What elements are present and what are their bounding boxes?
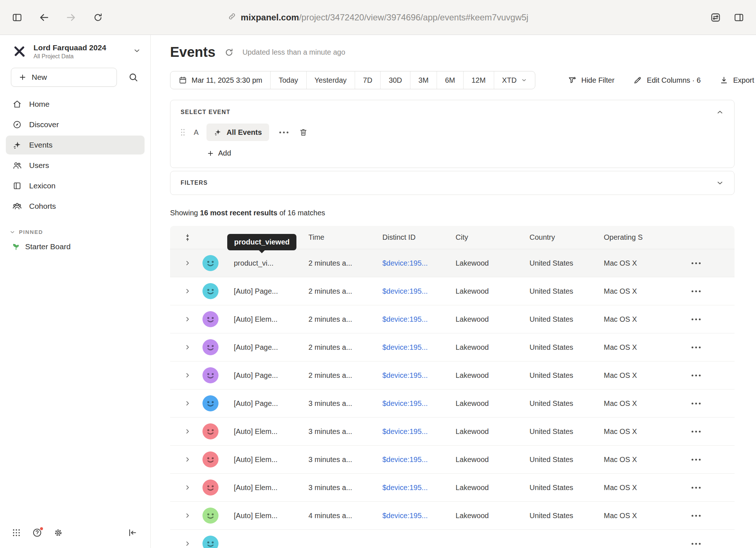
row-menu-button[interactable] [663,318,729,320]
expand-row-icon[interactable] [184,400,191,407]
row-menu-button[interactable] [663,290,729,292]
table-row[interactable]: [Auto] Elem... 3 minutes a... $device:19… [170,418,735,446]
refresh-icon[interactable] [224,48,234,57]
table-row[interactable]: [Auto] Page... 2 minutes a... $device:19… [170,277,735,305]
expand-row-icon[interactable] [184,428,191,435]
table-row[interactable]: [Auto] Elem... 3 minutes a... $device:19… [170,474,735,502]
table-row[interactable]: [Auto] Page... 3 minutes a... $device:19… [170,390,735,418]
reload-icon[interactable] [92,11,104,24]
preset-today[interactable]: Today [271,71,306,89]
distinct-id-link[interactable]: $device:195... [370,427,444,436]
collapse-sidebar-icon[interactable] [127,528,137,538]
event-name[interactable]: [Auto] Elem... [222,315,296,324]
expand-row-icon[interactable] [184,512,191,519]
column-header-country[interactable]: Country [517,233,592,242]
preset-6m[interactable]: 6M [437,71,464,89]
event-name[interactable]: [Auto] Elem... [222,427,296,436]
expand-row-icon[interactable] [184,540,191,547]
column-header-distinct-id[interactable]: Distinct ID [370,233,444,242]
table-row[interactable]: product_vi... 2 minutes a... $device:195… [170,249,735,277]
split-view-icon[interactable] [733,11,745,24]
column-header-time[interactable]: Time [296,233,370,242]
sidebar-item-events[interactable]: Events [6,136,145,154]
column-header-city[interactable]: City [444,233,517,242]
hide-filter-button[interactable]: Hide Filter [568,76,614,85]
help-button[interactable] [32,528,42,538]
expand-row-icon[interactable] [184,372,191,379]
distinct-id-link[interactable]: $device:195... [370,371,444,380]
sidebar-item-home[interactable]: Home [6,95,145,114]
distinct-id-link[interactable]: $device:195... [370,455,444,464]
preset-30d[interactable]: 30D [381,71,410,89]
table-row[interactable]: [Auto] Elem... 3 minutes a... $device:19… [170,446,735,474]
search-button[interactable] [126,69,141,85]
table-row[interactable]: [Auto] Page... 2 minutes a... $device:19… [170,361,735,390]
event-options-button[interactable] [277,132,291,133]
row-menu-button[interactable] [663,403,729,404]
chevron-up-icon[interactable] [716,108,724,116]
distinct-id-link[interactable]: $device:195... [370,343,444,352]
event-name[interactable]: [Auto] Elem... [222,455,296,464]
row-menu-button[interactable] [663,347,729,348]
export-button[interactable]: Export [720,76,754,85]
preset-yesterday[interactable]: Yesterday [307,71,355,89]
new-button[interactable]: New [11,68,117,87]
chevron-down-icon[interactable] [716,179,724,187]
row-menu-button[interactable] [663,543,729,545]
gear-icon[interactable] [53,528,63,538]
distinct-id-link[interactable]: $device:195... [370,512,444,520]
row-menu-button[interactable] [663,431,729,432]
row-menu-button[interactable] [663,375,729,376]
trash-icon[interactable] [299,128,308,137]
event-selector-chip[interactable]: All Events [206,124,269,141]
expand-row-icon[interactable] [184,484,191,491]
event-name[interactable]: [Auto] Page... [222,399,296,408]
back-icon[interactable] [38,11,50,24]
collapse-all-icon[interactable] [176,233,199,242]
event-name[interactable]: [Auto] Elem... [222,484,296,492]
edit-columns-button[interactable]: Edit Columns · 6 [633,76,701,85]
project-switcher[interactable]: Lord Farquaad 2024 All Project Data [0,35,150,60]
address-bar[interactable]: mixpanel.com/project/3472420/view/397469… [228,12,528,23]
row-menu-button[interactable] [663,487,729,489]
preset-7d[interactable]: 7D [355,71,381,89]
sidebar-item-cohorts[interactable]: Cohorts [6,197,145,216]
distinct-id-link[interactable]: $device:195... [370,259,444,267]
date-picker-button[interactable]: Mar 11, 2025 3:30 pm [170,71,271,89]
row-menu-button[interactable] [663,262,729,264]
browser-sidebar-toggle-icon[interactable] [11,11,23,24]
event-name[interactable]: [Auto] Elem... [222,512,296,520]
preset-12m[interactable]: 12M [464,71,494,89]
sidebar-item-discover[interactable]: Discover [6,115,145,134]
row-menu-button[interactable] [663,515,729,517]
pinned-section-toggle[interactable]: PINNED [0,229,150,235]
table-row[interactable] [170,530,735,548]
sidebar-item-starter-board[interactable]: Starter Board [0,235,150,251]
table-row[interactable]: [Auto] Elem... 4 minutes a... $device:19… [170,502,735,530]
expand-row-icon[interactable] [184,456,191,463]
event-name[interactable]: product_vi... [222,259,296,267]
distinct-id-link[interactable]: $device:195... [370,315,444,324]
event-name[interactable]: [Auto] Page... [222,371,296,380]
preset-xtd-dropdown[interactable]: XTD [494,71,535,89]
drag-handle-icon[interactable] [180,128,186,137]
filters-card[interactable]: FILTERS [170,171,735,195]
expand-row-icon[interactable] [184,316,191,322]
row-menu-button[interactable] [663,459,729,461]
event-name[interactable]: [Auto] Page... [222,343,296,352]
add-event-button[interactable]: Add [207,149,231,157]
table-row[interactable]: [Auto] Elem... 2 minutes a... $device:19… [170,305,735,333]
distinct-id-link[interactable]: $device:195... [370,484,444,492]
forward-icon[interactable] [65,11,77,24]
distinct-id-link[interactable]: $device:195... [370,399,444,408]
sidebar-item-users[interactable]: Users [6,156,145,175]
event-name[interactable]: [Auto] Page... [222,287,296,295]
distinct-id-link[interactable]: $device:195... [370,287,444,295]
sidebar-item-lexicon[interactable]: Lexicon [6,176,145,195]
column-header-os[interactable]: Operating S [592,233,663,242]
preset-3m[interactable]: 3M [410,71,437,89]
expand-row-icon[interactable] [184,288,191,294]
expand-row-icon[interactable] [184,260,191,266]
table-row[interactable]: [Auto] Page... 2 minutes a... $device:19… [170,333,735,361]
expand-row-icon[interactable] [184,344,191,351]
